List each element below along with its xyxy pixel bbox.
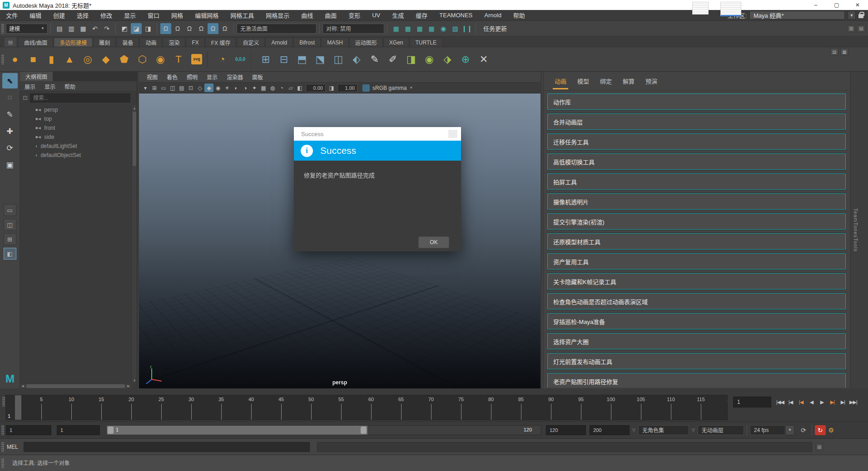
poly-disc-icon[interactable]: ⬟	[115, 49, 133, 69]
outliner-menu-item[interactable]: 帮助	[64, 83, 75, 90]
plugin-tool-button[interactable]: 老资产贴图引用路径修复	[547, 373, 846, 388]
plugin-tab[interactable]: 预演	[641, 73, 662, 89]
outliner-item[interactable]: ◐ defaultObjectSet	[20, 151, 131, 160]
symmetry-field[interactable]: 对称: 禁用	[322, 24, 384, 34]
viewport-menu-item[interactable]: 着色	[163, 73, 182, 81]
playback-end-field[interactable]	[546, 425, 586, 435]
menu-item[interactable]: 编辑网格	[189, 11, 224, 20]
snap-grid-icon[interactable]: Ω	[160, 23, 171, 34]
panel-splitter[interactable]	[541, 72, 542, 388]
select-object-icon[interactable]: ◪	[131, 23, 142, 34]
grip-handle[interactable]	[1, 425, 4, 435]
render-current-frame-icon[interactable]: ▦	[402, 23, 413, 34]
colorspace-control[interactable]: sRGB gamma ▼	[362, 84, 413, 92]
outliner-tab[interactable]: 大纲视图	[20, 72, 53, 81]
poly-sphere-icon[interactable]: ●	[6, 49, 24, 69]
divider[interactable]	[157, 23, 157, 34]
shelf-tab[interactable]: Bifrost	[293, 38, 321, 47]
viewport-menu-item[interactable]: 渲染器	[223, 73, 247, 81]
chevron-down-icon[interactable]: ▽	[632, 428, 635, 432]
separate-icon[interactable]: ⊟	[275, 49, 293, 69]
viewport-menu-item[interactable]: 照明	[183, 73, 202, 81]
step-forward-frame-button[interactable]: ▶|	[838, 397, 848, 407]
task-update-button[interactable]: 任务更新	[483, 24, 507, 33]
sidebar-toggle-icon[interactable]: ▤	[857, 25, 865, 32]
bridge-icon[interactable]: ◫	[329, 49, 347, 69]
step-forward-key-button[interactable]: ▶|	[827, 397, 838, 407]
outliner-menu-item[interactable]: 显示	[45, 83, 55, 90]
select-hierarchy-icon[interactable]: ◩	[119, 23, 130, 34]
shelf-tab[interactable]: 渲染	[163, 38, 185, 47]
animation-end-field[interactable]	[590, 425, 630, 435]
time-slider[interactable]: 5 10 15 20	[5, 395, 728, 420]
hypershade-icon[interactable]: ◉	[438, 23, 449, 34]
menu-item[interactable]: 编辑	[24, 11, 47, 20]
plugin-tab[interactable]: 绑定	[595, 73, 616, 89]
layout-persp-outliner[interactable]: ◧	[4, 248, 16, 260]
shadows-icon[interactable]: ◐	[232, 83, 241, 92]
play-forwards-button[interactable]: ▶	[817, 397, 827, 407]
dialog-close-button[interactable]	[448, 130, 457, 138]
lighting-icon[interactable]: ☀	[223, 83, 232, 92]
viewport-menu-item[interactable]: 显示	[203, 73, 222, 81]
character-set-dropdown[interactable]: 无角色集	[638, 425, 689, 435]
shelf-menu-icon[interactable]: ▤	[5, 38, 16, 47]
render-settings-icon[interactable]: ▦	[426, 23, 437, 34]
plugin-tool-button[interactable]: 关卡隐藏和K帧记录工具	[547, 273, 846, 289]
plugin-tool-button[interactable]: 摄像机透明片	[547, 193, 846, 210]
layout-two-pane[interactable]: ◫	[4, 219, 16, 231]
lock-icon[interactable]	[858, 14, 863, 18]
outliner-menu-item[interactable]: 展示	[25, 83, 35, 90]
menu-item[interactable]: 生成	[386, 11, 410, 20]
dialog-title-bar[interactable]: Success	[294, 127, 461, 141]
divider[interactable]	[115, 23, 116, 34]
shelf-tab[interactable]: FX	[186, 38, 204, 47]
wireframe-mode-icon[interactable]: ◇	[195, 83, 204, 92]
playback-start-field[interactable]	[57, 425, 100, 435]
scrollbar-thumb[interactable]	[26, 384, 125, 388]
menu-item[interactable]: 显示	[118, 11, 142, 20]
snap-curve-icon[interactable]: Ω	[172, 23, 183, 34]
outliner-horizontal-scrollbar[interactable]: ◀ ▶	[20, 383, 131, 388]
minimize-button[interactable]: –	[805, 0, 826, 10]
menu-item[interactable]: 修改	[94, 11, 118, 20]
divider[interactable]	[319, 23, 320, 34]
menu-item[interactable]: UV	[366, 12, 386, 19]
menu-item[interactable]: 网格显示	[260, 11, 295, 20]
plugin-tool-button[interactable]: 合并动画层	[547, 113, 846, 130]
ipr-render-icon[interactable]: ▦	[414, 23, 425, 34]
range-end-handle[interactable]	[361, 427, 367, 434]
plugin-tool-button[interactable]: 高低模切换工具	[547, 153, 846, 170]
divider[interactable]	[387, 23, 387, 34]
current-frame-marker[interactable]	[15, 395, 21, 420]
chevron-down-icon[interactable]: ▼	[848, 11, 856, 20]
isolate-select-icon[interactable]: ◔	[277, 83, 286, 92]
new-scene-icon[interactable]: ▤	[54, 23, 65, 34]
layout-single-pane[interactable]: ▭	[4, 204, 16, 216]
shelf-tab[interactable]: 雕刻	[93, 38, 116, 47]
mirror-icon[interactable]: ◨	[402, 49, 420, 69]
chevron-down-icon[interactable]: ▽	[692, 428, 695, 432]
plugin-tool-button[interactable]: 拍屏工具	[547, 173, 846, 190]
menu-item[interactable]: 文件	[0, 11, 24, 20]
snap-view-plane-icon[interactable]: Ω	[208, 23, 218, 34]
smooth-icon[interactable]: ◉	[420, 49, 438, 69]
svg-tool-icon[interactable]: svg	[188, 49, 206, 69]
launch-render-icon[interactable]: ▧	[450, 23, 461, 34]
grip-handle[interactable]	[1, 24, 4, 34]
scroll-down-icon[interactable]: ▼	[132, 378, 137, 383]
menu-item[interactable]: Arnold	[478, 12, 507, 19]
view-snap-icon[interactable]: ▾	[141, 83, 150, 92]
menu-set-dropdown[interactable]: 建模▼	[6, 24, 48, 34]
playback-loop-icon[interactable]: ⟳	[798, 425, 809, 435]
plugin-tool-button[interactable]: 迁移任务工具	[547, 133, 846, 150]
workspace-dropdown[interactable]: Maya 经典*	[749, 11, 845, 20]
snap-projected-center-icon[interactable]: Ω	[196, 23, 207, 34]
plugin-tool-button[interactable]: 提交引擎渲染(初渲)	[547, 213, 846, 230]
redo-icon[interactable]: ↷	[101, 23, 112, 34]
menu-item[interactable]: 曲线	[295, 11, 319, 20]
menu-item[interactable]: 窗口	[142, 11, 165, 20]
film-gate-icon[interactable]: ▭	[159, 83, 168, 92]
fps-dropdown[interactable]: 24 fps	[750, 425, 785, 435]
textured-mode-icon[interactable]: ◉	[213, 83, 223, 92]
